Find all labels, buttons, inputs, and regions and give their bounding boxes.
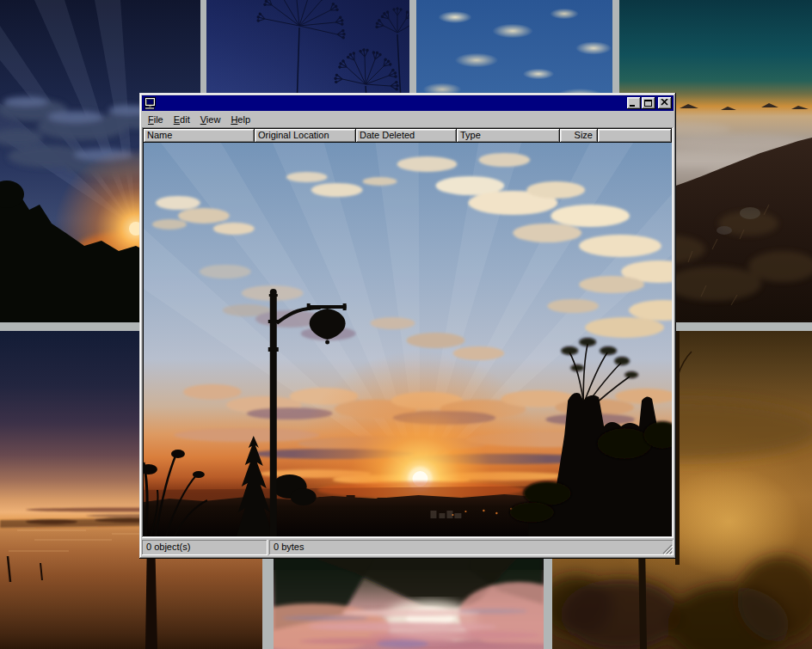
menu-file[interactable]: File: [143, 113, 169, 126]
resize-grip[interactable]: [661, 543, 673, 554]
status-bar: 0 object(s) 0 bytes: [142, 540, 674, 555]
maximize-button[interactable]: [642, 97, 655, 109]
column-header-size[interactable]: Size: [560, 129, 598, 143]
minimize-button[interactable]: [627, 97, 641, 109]
status-size: 0 bytes: [269, 540, 674, 555]
recycle-bin-window[interactable]: File Edit View Help Name Original Locati…: [139, 93, 676, 559]
status-size-text: 0 bytes: [274, 542, 304, 552]
title-bar[interactable]: [142, 95, 674, 111]
sunset-streetlamp-photo: [144, 143, 672, 536]
menu-view[interactable]: View: [195, 113, 226, 126]
column-header-row: Name Original Location Date Deleted Type…: [144, 129, 672, 143]
column-header-original-location[interactable]: Original Location: [255, 129, 356, 143]
status-object-count: 0 object(s): [142, 540, 268, 555]
close-button[interactable]: [658, 97, 672, 109]
menu-bar: File Edit View Help: [142, 111, 674, 127]
window-system-icon[interactable]: [144, 96, 157, 110]
list-view[interactable]: Name Original Location Date Deleted Type…: [142, 127, 674, 538]
column-header-name[interactable]: Name: [144, 129, 255, 143]
maximize-icon: [644, 100, 652, 107]
menu-edit[interactable]: Edit: [169, 113, 195, 126]
minimize-icon: [630, 105, 635, 107]
list-view-background-photo[interactable]: [144, 143, 672, 536]
menu-help[interactable]: Help: [225, 113, 255, 126]
desktop[interactable]: { "window": { "title": "", "menu": { "fi…: [0, 0, 812, 649]
column-header-type[interactable]: Type: [457, 129, 560, 143]
column-header-filler: [598, 129, 672, 143]
close-icon: [661, 99, 668, 106]
column-header-date-deleted[interactable]: Date Deleted: [356, 129, 457, 143]
